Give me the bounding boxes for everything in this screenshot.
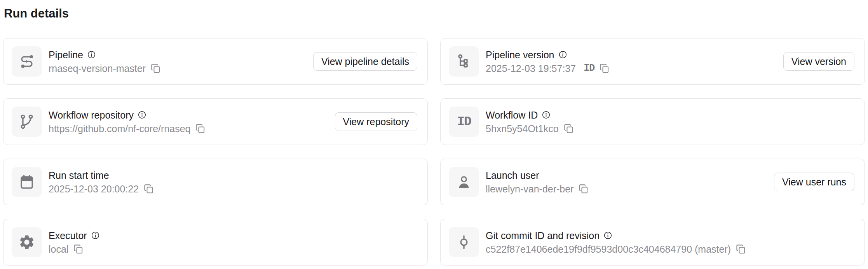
card-pipeline-version: Pipeline version 2025-12-03 19:57:37 ID … — [440, 38, 865, 85]
card-git-commit: Git commit ID and revision c522f87e1406e… — [440, 219, 865, 266]
card-value: https://github.com/nf-core/rnaseq — [49, 122, 190, 135]
card-label: Workflow repository — [49, 109, 134, 121]
copy-icon[interactable] — [73, 244, 84, 254]
pipeline-route-icon — [12, 46, 42, 77]
git-commit-icon — [449, 227, 479, 257]
id-text-icon: ID — [457, 115, 471, 129]
card-pipeline: Pipeline rnaseq-version-master View pipe… — [3, 38, 428, 85]
card-label: Git commit ID and revision — [486, 229, 600, 242]
copy-icon[interactable] — [578, 183, 589, 194]
version-tree-icon — [449, 46, 479, 77]
copy-icon[interactable] — [143, 183, 154, 194]
card-launch-user: Launch user llewelyn-van-der-ber View us… — [440, 159, 865, 205]
card-button-launch-user[interactable]: View user runs — [774, 173, 854, 191]
copy-icon[interactable] — [563, 123, 574, 134]
page-title: Run details — [4, 6, 868, 21]
copy-icon[interactable] — [599, 63, 610, 73]
card-value: 5hxn5y54Ot1kco — [486, 122, 559, 135]
copy-icon[interactable] — [195, 123, 206, 134]
card-value: local — [49, 243, 68, 255]
card-button-workflow-repository[interactable]: View repository — [335, 112, 417, 131]
info-icon[interactable] — [558, 50, 567, 59]
card-workflow-repository: Workflow repository https://github.com/n… — [3, 98, 428, 145]
info-icon[interactable] — [138, 110, 146, 119]
copy-icon[interactable] — [736, 244, 746, 254]
gear-icon — [12, 227, 42, 257]
card-label: Pipeline — [49, 49, 83, 61]
card-label: Launch user — [486, 169, 539, 182]
info-icon[interactable] — [87, 50, 96, 59]
card-label: Pipeline version — [486, 49, 554, 61]
card-workflow-id: ID Workflow ID 5hxn5y54Ot1kco — [440, 98, 865, 145]
card-value: 2025-12-03 19:57:37 — [486, 62, 576, 75]
card-value: 2025-12-03 20:00:22 — [49, 183, 139, 195]
card-value: llewelyn-van-der-ber — [486, 183, 573, 195]
info-icon[interactable] — [603, 231, 612, 240]
card-label: Executor — [49, 229, 87, 242]
card-label: Run start time — [49, 169, 109, 182]
card-button-pipeline-version[interactable]: View version — [783, 52, 854, 71]
card-button-pipeline[interactable]: View pipeline details — [313, 52, 417, 71]
copy-icon[interactable] — [150, 63, 161, 73]
user-icon — [449, 167, 479, 197]
calendar-icon — [12, 167, 42, 197]
card-label: Workflow ID — [486, 109, 538, 121]
card-value: rnaseq-version-master — [49, 62, 146, 75]
id-text-icon: ID — [449, 107, 479, 137]
info-icon[interactable] — [542, 110, 551, 119]
git-branch-icon — [12, 107, 42, 137]
card-run-start-time: Run start time 2025-12-03 20:00:22 — [3, 159, 428, 205]
info-icon[interactable] — [91, 231, 100, 240]
run-details-grid: Pipeline rnaseq-version-master View pipe… — [0, 38, 868, 266]
card-value: c522f87e1406ede19f9df9593d00c3c404684790… — [486, 243, 731, 255]
card-executor: Executor local — [3, 219, 428, 266]
id-badge-icon: ID — [584, 63, 594, 74]
